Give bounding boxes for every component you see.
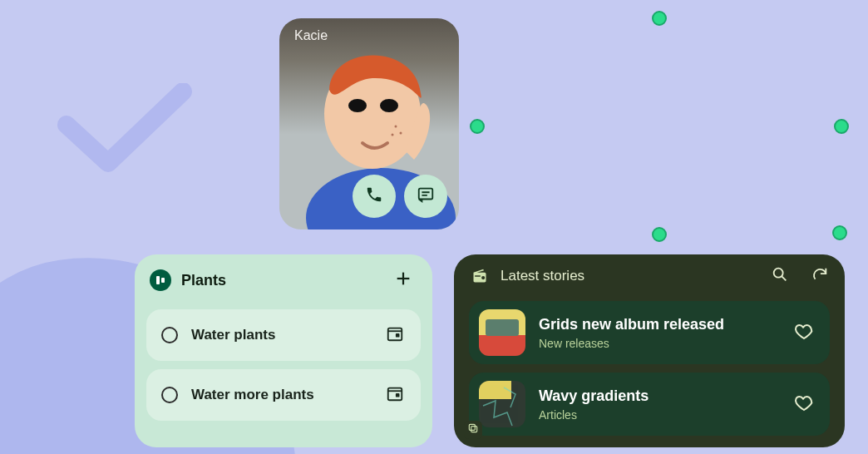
svg-rect-7 (419, 189, 433, 200)
phone-icon (365, 185, 383, 207)
svg-point-3 (380, 99, 398, 112)
calendar-icon (386, 384, 404, 406)
refresh-icon (811, 265, 829, 287)
svg-rect-12 (156, 276, 160, 284)
resize-handle-top[interactable] (652, 11, 667, 26)
svg-rect-21 (396, 393, 400, 397)
copy-icon (467, 422, 479, 437)
svg-rect-24 (471, 427, 477, 432)
plants-widget[interactable]: Plants Water plants Water more plants (135, 254, 432, 447)
svg-point-6 (392, 134, 394, 136)
story-item[interactable]: Wavy gradients Articles (469, 373, 830, 436)
message-button[interactable] (404, 175, 447, 218)
story-category: Articles (539, 408, 778, 422)
resize-handle-corner[interactable] (832, 225, 847, 240)
favorite-button[interactable] (792, 392, 816, 417)
task-radio[interactable] (161, 387, 178, 403)
add-plant-button[interactable] (391, 268, 416, 293)
svg-point-22 (774, 269, 783, 278)
svg-rect-19 (388, 388, 402, 401)
list-item[interactable]: Water plants (146, 309, 421, 361)
resize-handle-left[interactable] (470, 119, 485, 134)
story-thumbnail (479, 381, 525, 427)
story-title: Grids new album released (539, 316, 778, 333)
story-category: New releases (539, 337, 778, 350)
svg-rect-18 (396, 333, 400, 338)
schedule-button[interactable] (384, 324, 406, 346)
svg-line-23 (782, 276, 786, 280)
stories-widget[interactable]: Latest stories Grids new album released … (454, 254, 845, 447)
contact-widget[interactable]: Kacie (279, 18, 459, 229)
plants-app-icon (150, 269, 171, 291)
resize-handle-right[interactable] (834, 119, 849, 134)
heart-icon (794, 392, 814, 416)
call-button[interactable] (353, 175, 396, 218)
svg-point-5 (400, 132, 402, 135)
svg-point-4 (395, 126, 397, 128)
story-item[interactable]: Grids new album released New releases (469, 301, 830, 364)
svg-rect-13 (161, 278, 165, 283)
svg-point-2 (348, 99, 367, 112)
task-radio[interactable] (161, 327, 178, 343)
calendar-icon (386, 324, 404, 346)
copy-badge (464, 421, 482, 439)
radio-icon (471, 267, 489, 285)
svg-rect-16 (388, 328, 402, 341)
schedule-button[interactable] (384, 384, 406, 406)
heart-icon (794, 321, 814, 344)
message-icon (417, 185, 435, 207)
plus-icon (394, 269, 412, 291)
story-title: Wavy gradients (539, 387, 778, 405)
search-icon (771, 265, 789, 287)
task-label: Water plants (191, 327, 275, 343)
svg-rect-25 (469, 424, 475, 430)
favorite-button[interactable] (792, 320, 816, 345)
search-button[interactable] (770, 266, 790, 286)
background-checkmark (50, 83, 200, 183)
media-widget-selection: Wavy Gradients Keyline podcast (477, 18, 841, 234)
plants-title: Plants (181, 272, 226, 289)
contact-name: Kacie (294, 28, 328, 43)
story-thumbnail (479, 309, 525, 356)
refresh-button[interactable] (810, 266, 830, 286)
task-label: Water more plants (191, 387, 314, 403)
list-item[interactable]: Water more plants (146, 369, 421, 421)
resize-handle-bottom[interactable] (652, 227, 667, 242)
stories-title: Latest stories (501, 268, 584, 284)
